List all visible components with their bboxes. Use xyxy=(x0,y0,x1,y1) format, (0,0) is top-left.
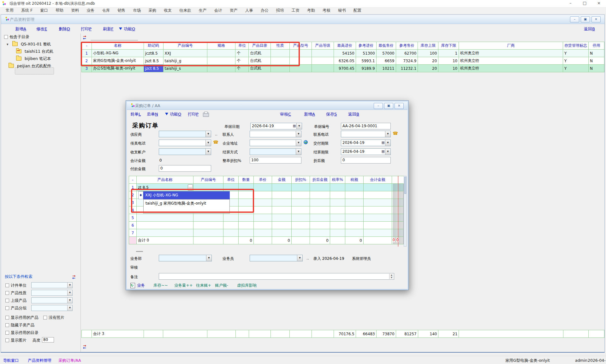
col-header[interactable]: 最低售价 xyxy=(376,42,396,50)
include-subdir-checkbox[interactable]: 包含子目录 xyxy=(4,34,29,40)
account-combo[interactable]: ▼ xyxy=(159,148,211,155)
checkbox-icon[interactable] xyxy=(5,331,9,335)
col-header[interactable]: 助记码 xyxy=(144,42,163,50)
col-header[interactable]: 折后金额 xyxy=(310,176,330,184)
clerk-combo[interactable]: ▼ xyxy=(250,255,303,261)
print-button[interactable]: 打印P xyxy=(81,26,92,32)
globe-icon[interactable] xyxy=(304,140,308,144)
show-disabled-catalog-checkbox[interactable]: 显示停用的目录 xyxy=(5,330,39,336)
show-image-checkbox[interactable]: 显示图片 xyxy=(5,338,27,343)
checkbox-icon[interactable] xyxy=(5,316,9,319)
col-header[interactable]: 单位 xyxy=(235,42,249,50)
menu-item[interactable]: 生产 xyxy=(195,8,211,13)
menu-item[interactable]: 招培 xyxy=(272,8,288,13)
settle-combo[interactable]: ▼ xyxy=(250,148,301,155)
menu-item[interactable]: 采购 xyxy=(145,8,160,13)
printer-icon[interactable] xyxy=(203,113,209,117)
dropdown-icon[interactable]: ▼ xyxy=(385,140,390,146)
checkbox-icon[interactable] xyxy=(5,291,9,295)
col-header[interactable]: - xyxy=(129,176,137,184)
dropdown-icon[interactable]: ▼ xyxy=(296,123,302,129)
col-header[interactable]: 存货管理标志 xyxy=(563,42,588,50)
next-doc-button[interactable]: 后单N xyxy=(147,111,158,117)
child-close-button[interactable]: × xyxy=(591,16,601,22)
height-input[interactable]: 80 xyxy=(42,337,54,343)
filter-unit-checkbox[interactable]: 计件单位 xyxy=(5,283,27,288)
doc-date-field[interactable]: 2026-04-19▦▼ xyxy=(250,123,302,129)
table-row[interactable]: 1小型机-XG-NG jczt8.5XXJ 个 台式机 5415051300 5… xyxy=(82,50,604,57)
deliver-date-field[interactable]: 2026-04-19▦▼ xyxy=(341,140,391,146)
col-header[interactable]: 税率% xyxy=(330,176,345,184)
col-header[interactable]: 产品名称 xyxy=(137,176,193,184)
col-header[interactable]: 参考售价 xyxy=(396,42,418,50)
dropdown-icon[interactable]: ▼ xyxy=(206,255,211,261)
dropdown-icon[interactable]: ▼ xyxy=(67,283,72,288)
filter-nature-combo[interactable]: ▼ xyxy=(31,290,73,296)
dialog-minimize-button[interactable]: – xyxy=(374,103,383,109)
prev-doc-button[interactable]: 前单L xyxy=(130,111,141,117)
splitter-handle[interactable] xyxy=(136,251,143,252)
dropdown-icon[interactable]: ▼ xyxy=(205,140,211,146)
dropdown-icon[interactable]: ▼ xyxy=(385,131,390,137)
child-restore-button[interactable]: ▣ xyxy=(581,16,590,22)
checkbox-icon[interactable] xyxy=(5,299,9,302)
col-header[interactable]: 性质 xyxy=(271,42,290,50)
phone-icon[interactable]: ☎ xyxy=(393,131,398,136)
settle-date-field[interactable]: 2026-04-19▦▼ xyxy=(341,148,391,155)
add-button[interactable]: 新增A xyxy=(15,26,26,32)
note-input[interactable]: ▲▼ xyxy=(159,273,394,280)
delete-button[interactable]: 删除D xyxy=(59,26,70,32)
menu-item[interactable]: 往来款 xyxy=(175,8,195,13)
col-header[interactable]: 停用 xyxy=(588,42,604,50)
menu-item[interactable]: 秘书 xyxy=(334,8,350,13)
function-button[interactable]: 功能O xyxy=(119,26,135,32)
col-header[interactable]: 产品编号 xyxy=(193,176,223,184)
lookup-button[interactable]: … xyxy=(188,184,193,191)
menu-item[interactable]: 系统 F xyxy=(17,8,36,13)
discount-input[interactable]: 100 xyxy=(250,157,301,164)
account-amount-link[interactable]: 账户额- xyxy=(215,283,228,288)
menu-item[interactable]: 销售 xyxy=(114,8,129,13)
col-header[interactable]: 税额 xyxy=(345,176,364,184)
dropdown-icon[interactable]: ▼ xyxy=(296,140,301,146)
filter-parent-combo[interactable]: ▼ xyxy=(31,297,73,303)
table-row-selected[interactable]: 3办公S型电脑-银奥-onlyit jzct 8.5taishiji_s 个 台… xyxy=(82,65,604,72)
address-combo[interactable]: ▼ xyxy=(250,140,301,146)
save-button[interactable]: 保存S xyxy=(326,111,337,117)
spinner[interactable]: ▲▼ xyxy=(389,274,394,279)
menu-item[interactable]: 资料 xyxy=(67,8,83,13)
dropdown-icon[interactable]: ▼ xyxy=(67,305,72,311)
col-header[interactable]: 厂商 xyxy=(459,42,563,50)
col-header[interactable]: 库存上限 xyxy=(418,42,438,50)
col-header[interactable]: 数量 xyxy=(239,176,254,184)
col-header[interactable]: 名称 xyxy=(92,42,144,50)
app-maximize-button[interactable]: □ xyxy=(578,0,592,7)
dialog-maximize-button[interactable]: ▣ xyxy=(384,103,393,109)
scrollbar-thumb[interactable] xyxy=(404,177,407,194)
grid-row[interactable]: 6 xyxy=(129,222,404,229)
col-header[interactable]: 库存下限 xyxy=(438,42,459,50)
menu-item[interactable]: 办公 xyxy=(257,8,272,13)
taskbar-item-order[interactable]: 采购订单/AA xyxy=(58,358,81,363)
edit-button[interactable]: 修改E xyxy=(36,26,47,32)
filter-unit-combo[interactable]: ▼ xyxy=(31,282,73,288)
doc-no-input[interactable]: AA-26-04-19-0001 xyxy=(341,123,391,129)
no-photo-checkbox[interactable]: 没有照片 xyxy=(43,315,64,320)
dropdown-icon[interactable]: ▼ xyxy=(296,131,301,137)
after-discount-input[interactable]: 0 xyxy=(341,157,391,164)
more-icon[interactable]: ‥ xyxy=(215,132,218,136)
fax-combo[interactable]: ▼ xyxy=(159,140,211,146)
tree-node-root[interactable]: ▾ QS-X01-01 整机 xyxy=(7,42,51,47)
dropdown-icon[interactable]: ▼ xyxy=(67,298,72,303)
expander-icon[interactable]: ▾ xyxy=(7,42,11,46)
col-header[interactable]: 合计金额 xyxy=(364,176,392,184)
dropdown-list-item[interactable]: taishiji_g 家用G型电脑-金奥-onlyit xyxy=(146,201,206,206)
menu-item[interactable]: 业务 xyxy=(83,8,98,13)
function-button[interactable]: 功能O xyxy=(165,111,181,117)
refresh-doc-icon[interactable]: ↻ xyxy=(130,283,135,288)
col-header[interactable]: 产品型号 xyxy=(289,42,312,50)
menu-item[interactable]: 考勤 xyxy=(303,8,319,13)
virtual-stock-link[interactable]: 虚拟库影响 xyxy=(237,283,257,288)
show-disabled-products-checkbox[interactable]: 显示停用的产品 xyxy=(5,315,39,320)
col-header[interactable]: 规格 xyxy=(207,42,235,50)
